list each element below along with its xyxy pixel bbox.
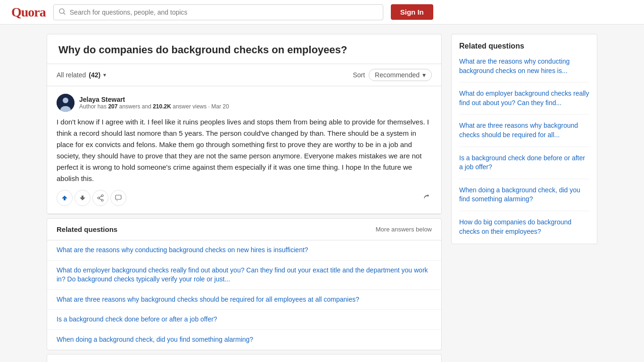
svg-point-6: [98, 197, 99, 199]
related-inline-title: Related questions: [57, 225, 117, 233]
sort-label: Sort: [353, 71, 365, 79]
avatar: [57, 94, 74, 112]
svg-line-9: [99, 198, 101, 200]
list-item: Is a background check done before or aft…: [47, 310, 441, 330]
related-link-4[interactable]: Is a background check done before or aft…: [57, 315, 217, 323]
svg-point-7: [101, 199, 103, 201]
related-inline-header: Related questions More answers below: [47, 219, 441, 240]
sort-chevron-icon: ▾: [422, 71, 426, 79]
sort-section: Sort Recommended ▾: [353, 69, 432, 81]
svg-point-3: [63, 98, 68, 103]
list-item: What do employer background checks reall…: [47, 261, 441, 290]
sidebar-card: Related questions What are the reasons w…: [451, 34, 597, 244]
svg-rect-10: [116, 195, 121, 199]
upvote-button[interactable]: [57, 190, 73, 206]
related-link-2[interactable]: What do employer background checks reall…: [57, 266, 428, 283]
all-related-label: All related: [57, 71, 86, 79]
search-icon: [59, 8, 66, 16]
downvote-button[interactable]: [74, 190, 91, 206]
quora-logo[interactable]: Quora: [11, 5, 46, 20]
author-info: Jelaya Stewart Author has 207 answers an…: [79, 96, 229, 110]
page-content: Why do companies do background checks on…: [39, 25, 605, 362]
svg-point-5: [101, 195, 103, 197]
action-bar: [57, 190, 432, 206]
related-count: (42): [89, 71, 100, 79]
comment-button[interactable]: [110, 190, 126, 206]
related-link-5[interactable]: When doing a background check, did you f…: [57, 336, 253, 343]
sidebar-link-3[interactable]: What are three reasons why background ch…: [459, 121, 589, 147]
sidebar-link-6[interactable]: How do big companies do background check…: [459, 218, 589, 236]
list-item: When doing a background check, did you f…: [47, 330, 441, 350]
list-item: What are three reasons why background ch…: [47, 290, 441, 310]
more-answers-label: More answers below: [376, 226, 432, 233]
sort-dropdown[interactable]: Recommended ▾: [369, 69, 432, 81]
header: Quora Sign In: [0, 0, 644, 25]
svg-line-1: [64, 13, 65, 14]
author-meta: Author has 207 answers and 210.2K answer…: [79, 103, 229, 110]
sidebar-link-2[interactable]: What do employer background checks reall…: [459, 89, 589, 115]
sidebar-title: Related questions: [459, 42, 589, 50]
sort-value: Recommended: [375, 71, 420, 79]
related-link-1[interactable]: What are the reasons why conducting back…: [57, 246, 308, 254]
all-related-filter[interactable]: All related (42) ▾: [57, 71, 106, 79]
author-name[interactable]: Jelaya Stewart: [79, 96, 229, 103]
search-wrapper: [53, 4, 383, 20]
sidebar-link-5[interactable]: When doing a background check, did you f…: [459, 186, 589, 211]
related-link-3[interactable]: What are three reasons why background ch…: [57, 296, 359, 303]
svg-line-8: [99, 196, 101, 197]
sidebar-link-4[interactable]: Is a background check done before or aft…: [459, 154, 589, 179]
question-title: Why do companies do background checks on…: [47, 34, 441, 64]
search-input[interactable]: [53, 4, 383, 20]
sidebar-link-1[interactable]: What are the reasons why conducting back…: [459, 57, 589, 82]
share-answer-button[interactable]: [92, 190, 108, 206]
related-links-list: What are the reasons why conducting back…: [47, 240, 441, 350]
share-icon-button[interactable]: [421, 191, 432, 205]
next-answer-preview: J Jacob: [47, 354, 442, 362]
main-column: Why do companies do background checks on…: [47, 34, 442, 362]
chevron-down-icon: ▾: [103, 72, 106, 78]
answer-text: I don't know if I agree with it. I feel …: [57, 116, 432, 184]
sign-in-button[interactable]: Sign In: [391, 4, 433, 20]
filter-bar: All related (42) ▾ Sort Recommended ▾: [47, 64, 441, 86]
author-row: Jelaya Stewart Author has 207 answers an…: [57, 94, 432, 112]
list-item: What are the reasons why conducting back…: [47, 240, 441, 261]
answer-block: Jelaya Stewart Author has 207 answers an…: [47, 86, 441, 214]
related-inline-card: Related questions More answers below Wha…: [47, 218, 442, 350]
question-card: Why do companies do background checks on…: [47, 34, 442, 214]
sidebar-column: Related questions What are the reasons w…: [451, 34, 597, 362]
